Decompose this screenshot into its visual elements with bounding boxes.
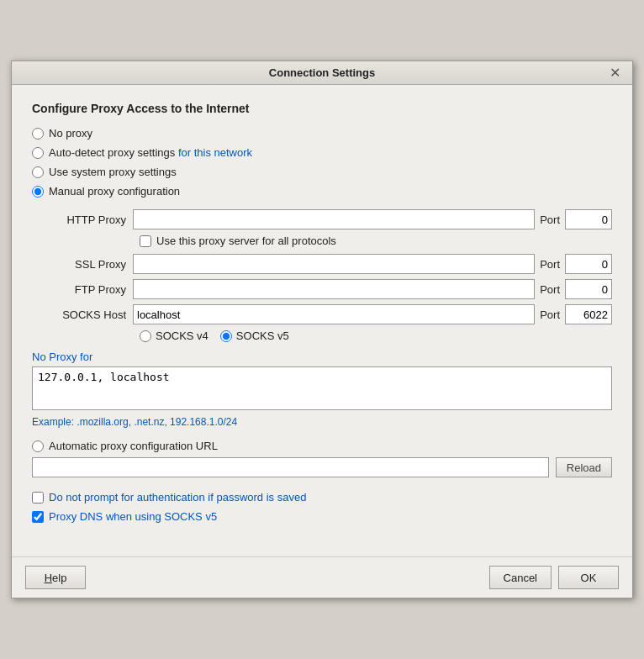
auto-detect-label: Auto-detect proxy settings for this netw… [49,146,252,159]
socks-host-label: SOCKS Host [49,308,133,321]
socks-version-row: SOCKS v4 SOCKS v5 [140,330,612,342]
ssl-proxy-input[interactable] [133,254,535,274]
socks-port-label: Port [535,308,565,321]
use-system-radio[interactable] [32,166,44,178]
socks-v5-option: SOCKS v5 [220,330,289,342]
no-proxy-option: No proxy [32,127,612,140]
no-proxy-label[interactable]: No proxy [49,127,92,140]
auto-proxy-section: Automatic proxy configuration URL Reload [32,440,612,477]
no-auth-prompt-row: Do not prompt for authentication if pass… [32,491,612,503]
no-proxy-textarea[interactable]: 127.0.0.1, localhost [32,366,612,410]
socks-v4-option: SOCKS v4 [140,330,209,342]
dialog-body: Configure Proxy Access to the Internet N… [12,85,632,556]
manual-proxy-label[interactable]: Manual proxy configuration [49,185,180,198]
socks-host-input[interactable] [133,304,535,324]
ssl-proxy-row: SSL Proxy Port [49,254,612,274]
use-system-label[interactable]: Use system proxy settings [49,166,177,178]
footer-right: Cancel OK [489,566,619,589]
ssl-port-label: Port [535,258,565,271]
proxy-dns-row: Proxy DNS when using SOCKS v5 [32,510,612,523]
auto-detect-option: Auto-detect proxy settings for this netw… [32,146,612,159]
cancel-button[interactable]: Cancel [489,566,552,589]
all-protocols-label[interactable]: Use this proxy server for all protocols [156,235,336,247]
proxy-dns-label[interactable]: Proxy DNS when using SOCKS v5 [49,510,217,523]
socks-v5-label[interactable]: SOCKS v5 [236,330,289,342]
no-proxy-for-label: No Proxy for [32,351,612,363]
socks-v4-radio[interactable] [140,330,151,342]
proxy-dns-checkbox[interactable] [32,511,44,523]
http-proxy-label: HTTP Proxy [49,214,133,226]
no-auth-prompt-label[interactable]: Do not prompt for authentication if pass… [49,491,306,503]
close-button[interactable]: ✕ [606,66,624,80]
section-heading: Configure Proxy Access to the Internet [32,102,612,115]
bottom-checkboxes: Do not prompt for authentication if pass… [32,491,612,523]
auto-proxy-option: Automatic proxy configuration URL [32,440,612,452]
use-system-option: Use system proxy settings [32,166,612,178]
ftp-proxy-input[interactable] [133,279,535,299]
manual-proxy-option: Manual proxy configuration [32,185,612,198]
no-proxy-section: No Proxy for 127.0.0.1, localhost Exampl… [32,351,612,428]
for-this-network-link[interactable]: for this network [178,146,252,159]
ftp-proxy-label: FTP Proxy [49,283,133,296]
socks-v5-radio[interactable] [220,330,232,342]
dialog-title: Connection Settings [269,66,375,79]
auto-detect-radio[interactable] [32,147,44,159]
manual-proxy-radio[interactable] [32,186,44,198]
footer-left: Help [25,566,86,589]
ftp-port-input[interactable] [565,279,612,299]
ssl-proxy-label: SSL Proxy [49,258,133,271]
http-proxy-row: HTTP Proxy Port [49,209,612,229]
reload-button[interactable]: Reload [556,457,612,477]
manual-proxy-section: HTTP Proxy Port Use this proxy server fo… [49,209,612,342]
auto-proxy-radio[interactable] [32,440,44,452]
ok-button[interactable]: OK [558,566,619,589]
http-port-label: Port [535,214,565,226]
help-button[interactable]: Help [25,566,86,589]
ssl-port-input[interactable] [565,254,612,274]
auto-proxy-url-input[interactable] [32,457,549,477]
dialog-footer: Help Cancel OK [12,556,632,598]
http-proxy-input[interactable] [133,209,535,229]
no-proxy-example: Example: .mozilla.org, .net.nz, 192.168.… [32,416,612,428]
ftp-proxy-row: FTP Proxy Port [49,279,612,299]
no-auth-prompt-checkbox[interactable] [32,492,44,503]
connection-settings-dialog: Connection Settings ✕ Configure Proxy Ac… [11,61,633,598]
socks-host-row: SOCKS Host Port [49,304,612,324]
proxy-radio-group: No proxy Auto-detect proxy settings for … [32,127,612,198]
all-protocols-row: Use this proxy server for all protocols [140,235,612,247]
title-bar: Connection Settings ✕ [12,61,632,85]
http-port-input[interactable] [565,209,612,229]
all-protocols-checkbox[interactable] [140,235,151,247]
socks-v4-label[interactable]: SOCKS v4 [156,330,209,342]
auto-proxy-label[interactable]: Automatic proxy configuration URL [49,440,218,452]
socks-port-input[interactable] [565,304,612,324]
auto-proxy-url-row: Reload [32,457,612,477]
no-proxy-radio[interactable] [32,128,44,140]
ftp-port-label: Port [535,283,565,296]
